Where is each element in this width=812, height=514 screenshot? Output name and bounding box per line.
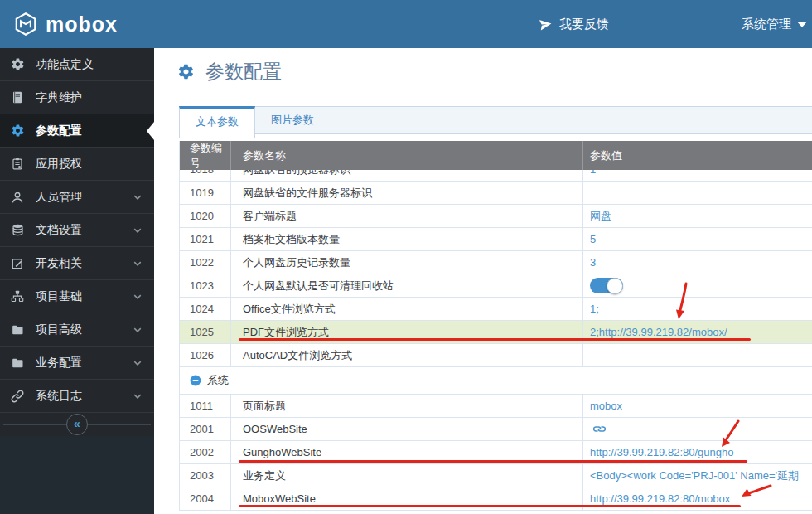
sidebar-item-label: 开发相关	[36, 256, 82, 271]
table-row-2002[interactable]: 2002GunghoWebSitehttp://39.99.219.82:80/…	[180, 441, 812, 464]
cell-param-name: 页面标题	[231, 395, 583, 417]
cell-param-id: 1020	[180, 205, 231, 227]
cell-param-id: 2004	[180, 487, 231, 510]
cell-param-id: 1011	[180, 395, 231, 417]
cell-param-value[interactable]	[583, 344, 812, 366]
cell-param-name: 网盘缺省的预览器标识	[231, 170, 583, 181]
collapse-group-icon[interactable]	[190, 375, 201, 386]
sidebar-item-人员管理[interactable]: 人员管理	[0, 181, 154, 214]
cell-param-value[interactable]	[583, 418, 812, 440]
cell-param-value[interactable]: 1	[583, 170, 812, 181]
database-icon	[8, 223, 27, 237]
sidebar-item-label: 应用授权	[36, 157, 82, 172]
tab-bar: 文本参数 图片参数	[179, 106, 812, 134]
table-row-1026[interactable]: 1026AutoCAD文件浏览方式	[180, 344, 812, 367]
user-menu[interactable]: 系统管理	[742, 0, 810, 48]
cell-param-value[interactable]: 3	[583, 251, 812, 274]
sidebar-item-文档设置[interactable]: 文档设置	[0, 214, 154, 247]
chevron-down-icon	[133, 292, 143, 302]
sidebar-item-项目基础[interactable]: 项目基础	[0, 280, 154, 313]
cell-param-value[interactable]	[583, 182, 812, 204]
sidebar-item-业务配置[interactable]: 业务配置	[0, 347, 154, 380]
sidebar-item-参数配置[interactable]: 参数配置	[0, 114, 154, 148]
table-row-2003[interactable]: 2003业务定义<Body><work Code='PRJ-001' Name=…	[180, 464, 812, 487]
cell-param-name: 客户端标题	[231, 205, 583, 227]
cell-param-id: 2001	[180, 418, 231, 440]
sidebar-item-label: 人员管理	[36, 190, 82, 205]
cell-param-value[interactable]: 1;	[583, 298, 812, 320]
cell-param-id: 1023	[180, 274, 231, 297]
sidebar-collapse-button[interactable]: «	[0, 413, 154, 436]
tab-image-params[interactable]: 图片参数	[255, 107, 330, 133]
table-row-2001[interactable]: 2001OOSWebSite	[180, 418, 812, 441]
table-row-1021[interactable]: 1021档案柜文档版本数量5	[180, 228, 812, 251]
cell-param-value[interactable]: 5	[583, 228, 812, 250]
cell-param-value[interactable]: mobox	[583, 395, 812, 417]
chain-link-icon[interactable]	[590, 423, 606, 435]
paper-plane-icon	[538, 16, 553, 32]
cell-param-id: 1018	[180, 170, 231, 181]
sitemap-icon	[8, 289, 27, 303]
cell-param-value[interactable]: <Body><work Code='PRJ-001' Name='延期	[583, 464, 812, 487]
tab-text-params[interactable]: 文本参数	[179, 106, 255, 138]
column-header-name: 参数名称	[231, 141, 583, 170]
user-icon	[8, 190, 27, 205]
cell-param-name: 档案柜文档版本数量	[231, 228, 583, 250]
chevron-down-icon	[133, 391, 143, 401]
table-row-1024[interactable]: 1024Office文件浏览方式1;	[180, 298, 812, 321]
cell-param-value[interactable]: http://39.99.219.82:80/mobox	[583, 487, 812, 510]
folder-icon	[8, 323, 27, 337]
main-content: 参数配置 文本参数 图片参数 参数编号 参数名称 参数值 1018网盘缺省的预览…	[154, 48, 812, 514]
topbar: mobox 我要反馈 系统管理	[0, 0, 812, 48]
table-row-1020[interactable]: 1020客户端标题网盘	[180, 205, 812, 228]
gear-icon	[177, 63, 195, 80]
feedback-button[interactable]: 我要反馈	[539, 0, 609, 48]
sidebar-item-开发相关[interactable]: 开发相关	[0, 247, 154, 280]
sidebar-lower-panel	[0, 436, 154, 514]
table-row-1019[interactable]: 1019网盘缺省的文件服务器标识	[180, 182, 812, 205]
cell-param-name: AutoCAD文件浏览方式	[231, 344, 583, 366]
cell-param-id: 1026	[180, 344, 231, 366]
sidebar-item-功能点定义[interactable]: 功能点定义	[0, 48, 154, 81]
table-row-2004[interactable]: 2004MoboxWebSitehttp://39.99.219.82:80/m…	[180, 487, 812, 511]
cell-param-name: OOSWebSite	[231, 418, 583, 440]
cell-param-name: 个人网盘默认是否可清理回收站	[231, 274, 583, 297]
sidebar-item-label: 项目基础	[36, 289, 82, 304]
table-row-1022[interactable]: 1022个人网盘历史记录数量3	[180, 251, 812, 274]
cell-param-name: 个人网盘历史记录数量	[231, 251, 583, 274]
mobox-logo-icon	[13, 12, 38, 36]
table-row-1025[interactable]: 1025PDF文件浏览方式2;http://39.99.219.82/mobox…	[180, 321, 812, 344]
sidebar-item-应用授权[interactable]: 应用授权	[0, 148, 154, 181]
gear-icon	[8, 57, 27, 71]
parameter-table: 参数编号 参数名称 参数值 1018网盘缺省的预览器标识11019网盘缺省的文件…	[179, 141, 812, 511]
cell-param-value[interactable]: http://39.99.219.82:80/gungho	[583, 441, 812, 463]
chevron-down-icon	[133, 225, 143, 235]
table-body: 1018网盘缺省的预览器标识11019网盘缺省的文件服务器标识1020客户端标题…	[180, 170, 812, 511]
sidebar-item-项目高级[interactable]: 项目高级	[0, 313, 154, 347]
sidebar-item-系统日志[interactable]: 系统日志	[0, 380, 154, 413]
chevron-down-icon	[133, 325, 143, 335]
cell-param-value[interactable]: 2;http://39.99.219.82/mobox/	[583, 321, 812, 343]
column-header-id: 参数编号	[180, 141, 231, 170]
cell-param-name: Office文件浏览方式	[231, 298, 583, 320]
sidebar-item-label: 业务配置	[36, 356, 82, 371]
sidebar: 功能点定义字典维护参数配置应用授权人员管理文档设置开发相关项目基础项目高级业务配…	[0, 48, 154, 514]
logo-text: mobox	[46, 12, 118, 36]
page-title: 参数配置	[177, 59, 282, 85]
cell-param-id: 2002	[180, 441, 231, 463]
table-row-1011[interactable]: 1011页面标题mobox	[180, 395, 812, 418]
table-row-1018[interactable]: 1018网盘缺省的预览器标识1	[180, 170, 812, 182]
toggle-on[interactable]	[590, 278, 623, 293]
logo: mobox	[13, 0, 118, 48]
table-row-1023[interactable]: 1023个人网盘默认是否可清理回收站	[180, 274, 812, 298]
sidebar-item-label: 功能点定义	[36, 57, 94, 72]
column-header-value: 参数值	[583, 141, 812, 170]
sidebar-item-字典维护[interactable]: 字典维护	[0, 81, 154, 114]
group-row-系统[interactable]: 系统	[180, 367, 812, 395]
cell-param-name: 业务定义	[231, 464, 583, 487]
cell-param-value[interactable]	[583, 274, 812, 297]
book-icon	[8, 90, 27, 104]
cell-param-id: 1025	[180, 321, 231, 343]
cell-param-value[interactable]: 网盘	[583, 205, 812, 227]
chevron-down-icon	[133, 259, 143, 269]
